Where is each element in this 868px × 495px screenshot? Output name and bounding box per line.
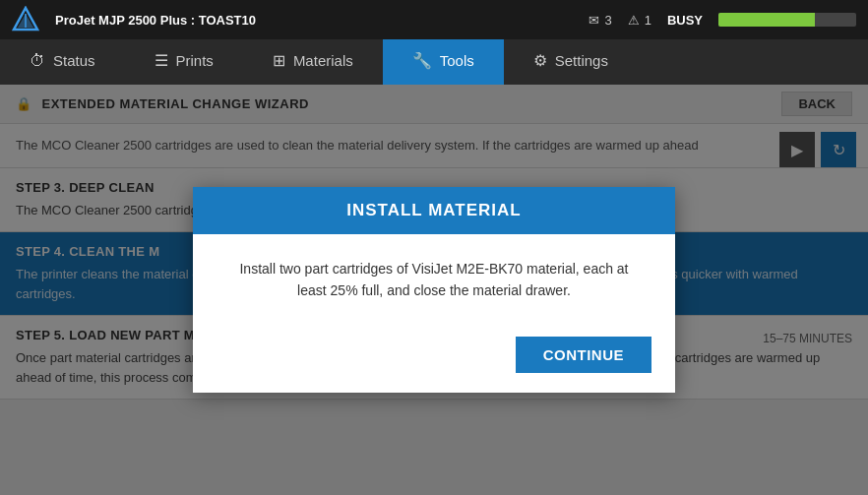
- progress-fill: [718, 13, 815, 27]
- alerts-indicator: ⚠ 1: [628, 13, 651, 28]
- tab-status-label: Status: [53, 52, 95, 69]
- tab-settings-label: Settings: [555, 52, 608, 69]
- tab-settings[interactable]: ⚙ Settings: [504, 39, 638, 85]
- modal-body: Install two part cartridges of VisiJet M…: [193, 234, 675, 326]
- message-count: 3: [604, 13, 611, 28]
- tab-tools[interactable]: 🔧 Tools: [383, 39, 504, 85]
- tools-icon: 🔧: [412, 51, 432, 70]
- modal-overlay: INSTALL MATERIAL Install two part cartri…: [0, 85, 868, 495]
- printer-title: ProJet MJP 2500 Plus : TOAST10: [55, 13, 256, 28]
- modal-header: INSTALL MATERIAL: [193, 187, 675, 234]
- tab-prints-label: Prints: [176, 52, 214, 69]
- content-area: 🔒 EXTENDED MATERIAL CHANGE WIZARD BACK T…: [0, 85, 868, 495]
- top-bar: ProJet MJP 2500 Plus : TOAST10 ✉ 3 ⚠ 1 B…: [0, 0, 868, 39]
- app-logo: [12, 6, 39, 33]
- tab-materials-label: Materials: [293, 52, 353, 69]
- tab-tools-label: Tools: [440, 52, 474, 69]
- modal-box: INSTALL MATERIAL Install two part cartri…: [193, 187, 675, 394]
- tab-materials[interactable]: ⊞ Materials: [243, 39, 383, 85]
- progress-bar: [718, 13, 856, 27]
- prints-icon: ☰: [155, 51, 168, 70]
- tab-prints[interactable]: ☰ Prints: [125, 39, 243, 85]
- alert-count: 1: [645, 13, 651, 28]
- busy-status: BUSY: [667, 13, 703, 28]
- status-icon: ⏱: [30, 52, 45, 70]
- continue-button[interactable]: CONTINUE: [516, 337, 651, 373]
- tab-status[interactable]: ⏱ Status: [0, 39, 125, 85]
- message-icon: ✉: [589, 13, 599, 28]
- messages-indicator: ✉ 3: [589, 13, 611, 28]
- settings-icon: ⚙: [533, 51, 547, 70]
- materials-icon: ⊞: [273, 51, 285, 70]
- modal-footer: CONTINUE: [193, 325, 675, 393]
- nav-tabs: ⏱ Status ☰ Prints ⊞ Materials 🔧 Tools ⚙ …: [0, 39, 868, 85]
- alert-icon: ⚠: [628, 13, 640, 28]
